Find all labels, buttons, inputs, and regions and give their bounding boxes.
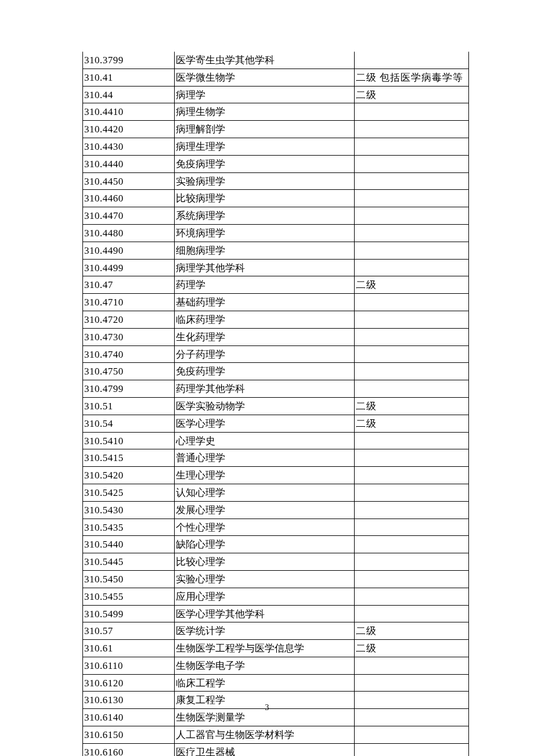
- code-cell: 310.6120: [83, 674, 175, 692]
- name-cell: 人工器官与生物医学材料学: [175, 726, 355, 744]
- code-cell: 310.4480: [83, 224, 175, 242]
- table-row: 310.57医学统计学二级: [83, 622, 469, 640]
- note-cell: [355, 259, 469, 276]
- note-cell: [355, 484, 469, 501]
- name-cell: 发展心理学: [175, 501, 355, 519]
- code-cell: 310.4410: [83, 103, 175, 121]
- name-cell: 病理生理学: [175, 138, 355, 155]
- name-cell: 免疫病理学: [175, 155, 355, 172]
- table-row: 310.3799医学寄生虫学其他学科: [83, 52, 469, 69]
- code-cell: 310.4460: [83, 190, 175, 207]
- code-cell: 310.61: [83, 640, 175, 657]
- name-cell: 生化药理学: [175, 328, 355, 345]
- name-cell: 药理学: [175, 276, 355, 294]
- note-cell: [355, 501, 469, 519]
- table-row: 310.4750免疫药理学: [83, 363, 469, 380]
- note-cell: [355, 743, 469, 756]
- code-cell: 310.5455: [83, 588, 175, 605]
- code-cell: 310.57: [83, 622, 175, 640]
- code-cell: 310.4730: [83, 328, 175, 345]
- code-cell: 310.5420: [83, 467, 175, 484]
- code-cell: 310.4720: [83, 311, 175, 328]
- note-cell: [355, 155, 469, 172]
- table-row: 310.4730生化药理学: [83, 328, 469, 345]
- note-cell: [355, 345, 469, 363]
- code-cell: 310.4499: [83, 259, 175, 276]
- name-cell: 实验病理学: [175, 172, 355, 190]
- name-cell: 缺陷心理学: [175, 536, 355, 553]
- table-row: 310.4740分子药理学: [83, 345, 469, 363]
- note-cell: [355, 311, 469, 328]
- note-cell: [355, 380, 469, 398]
- code-cell: 310.5425: [83, 484, 175, 501]
- note-cell: 二级: [355, 86, 469, 103]
- note-cell: [355, 570, 469, 588]
- table-row: 310.61生物医学工程学与医学信息学二级: [83, 640, 469, 657]
- note-cell: [355, 657, 469, 674]
- code-cell: 310.5410: [83, 432, 175, 449]
- note-cell: [355, 294, 469, 311]
- name-cell: 医学寄生虫学其他学科: [175, 52, 355, 69]
- note-cell: [355, 242, 469, 259]
- code-cell: 310.5430: [83, 501, 175, 519]
- table-row: 310.5499医学心理学其他学科: [83, 605, 469, 622]
- name-cell: 病理解剖学: [175, 121, 355, 138]
- name-cell: 环境病理学: [175, 224, 355, 242]
- name-cell: 比较心理学: [175, 553, 355, 571]
- name-cell: 应用心理学: [175, 588, 355, 605]
- table-row: 310.4799药理学其他学科: [83, 380, 469, 398]
- table-row: 310.6120临床工程学: [83, 674, 469, 692]
- table-row: 310.5450实验心理学: [83, 570, 469, 588]
- table-row: 310.4480环境病理学: [83, 224, 469, 242]
- table-row: 310.4710基础药理学: [83, 294, 469, 311]
- note-cell: [355, 172, 469, 190]
- table-row: 310.4499病理学其他学科: [83, 259, 469, 276]
- code-cell: 310.44: [83, 86, 175, 103]
- table-row: 310.5420生理心理学: [83, 467, 469, 484]
- name-cell: 医学心理学: [175, 415, 355, 432]
- name-cell: 病理学其他学科: [175, 259, 355, 276]
- name-cell: 基础药理学: [175, 294, 355, 311]
- table-row: 310.5435个性心理学: [83, 519, 469, 536]
- name-cell: 细胞病理学: [175, 242, 355, 259]
- note-cell: 二级: [355, 397, 469, 415]
- name-cell: 医学统计学: [175, 622, 355, 640]
- note-cell: 二级: [355, 622, 469, 640]
- code-cell: 310.6160: [83, 743, 175, 756]
- name-cell: 个性心理学: [175, 519, 355, 536]
- code-cell: 310.54: [83, 415, 175, 432]
- table-row: 310.5410心理学史: [83, 432, 469, 449]
- note-cell: [355, 121, 469, 138]
- code-cell: 310.51: [83, 397, 175, 415]
- code-cell: 310.3799: [83, 52, 175, 69]
- name-cell: 药理学其他学科: [175, 380, 355, 398]
- table-row: 310.4420病理解剖学: [83, 121, 469, 138]
- name-cell: 心理学史: [175, 432, 355, 449]
- table-row: 310.5430发展心理学: [83, 501, 469, 519]
- code-cell: 310.4420: [83, 121, 175, 138]
- code-cell: 310.5415: [83, 449, 175, 467]
- table-row: 310.4720临床药理学: [83, 311, 469, 328]
- code-cell: 310.47: [83, 276, 175, 294]
- table-row: 310.5440缺陷心理学: [83, 536, 469, 553]
- name-cell: 生物医学电子学: [175, 657, 355, 674]
- code-cell: 310.4430: [83, 138, 175, 155]
- name-cell: 医疗卫生器械: [175, 743, 355, 756]
- name-cell: 分子药理学: [175, 345, 355, 363]
- table-row: 310.44病理学二级: [83, 86, 469, 103]
- table-row: 310.6160医疗卫生器械: [83, 743, 469, 756]
- note-cell: [355, 52, 469, 69]
- name-cell: 生理心理学: [175, 467, 355, 484]
- code-cell: 310.5445: [83, 553, 175, 571]
- name-cell: 免疫药理学: [175, 363, 355, 380]
- table-row: 310.6110生物医学电子学: [83, 657, 469, 674]
- name-cell: 实验心理学: [175, 570, 355, 588]
- name-cell: 医学实验动物学: [175, 397, 355, 415]
- note-cell: [355, 605, 469, 622]
- note-cell: 二级: [355, 276, 469, 294]
- table-row: 310.4490细胞病理学: [83, 242, 469, 259]
- code-cell: 310.5435: [83, 519, 175, 536]
- code-cell: 310.41: [83, 69, 175, 86]
- table-row: 310.47药理学二级: [83, 276, 469, 294]
- name-cell: 医学微生物学: [175, 69, 355, 86]
